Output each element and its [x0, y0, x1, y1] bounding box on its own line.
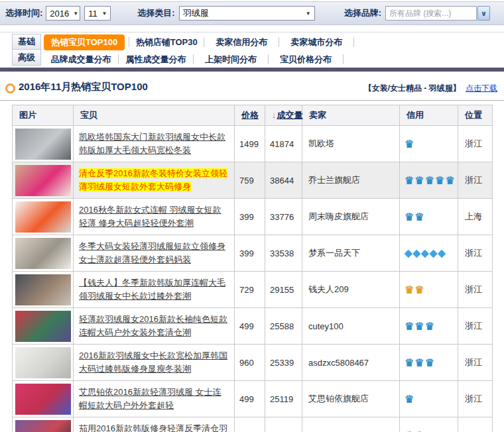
brand-filter-label: 选择品牌: — [344, 7, 381, 19]
product-image[interactable] — [15, 165, 71, 196]
section-divider-bar — [0, 68, 504, 72]
time-filter-label: 选择时间: — [5, 7, 42, 19]
tab-宝贝价格分布[interactable]: 宝贝价格分布 — [269, 54, 343, 66]
sales-value: 33776 — [265, 199, 302, 235]
tab-卖家城市分布[interactable]: 卖家城市分布 — [279, 36, 353, 48]
seller-credit-icons: ♛♛♛♛♛ — [400, 162, 458, 199]
product-image[interactable] — [15, 238, 71, 269]
seller-name — [302, 417, 400, 432]
month-select-value: 11 — [88, 9, 97, 19]
tab-separator — [343, 54, 344, 64]
tab-热销宝贝TOP100[interactable]: 热销宝贝TOP100 — [44, 34, 125, 50]
table-row: 艾思铂依2016新款轻薄羽绒服 女士连帽短款大码户外外套超轻 499 25119… — [13, 381, 493, 417]
product-title-link[interactable]: 轻薄款羽绒服女2016新款长袖纯色短款连帽大码户外女装外套清仓潮 — [79, 313, 229, 339]
product-image[interactable] — [15, 311, 71, 342]
product-image[interactable] — [15, 420, 71, 432]
product-title-link[interactable]: 凯欧塔韩国东大门新款羽绒服女中长款韩版加厚大毛领大码宽松冬装 — [79, 131, 229, 157]
sales-value: 41874 — [265, 126, 302, 162]
product-title-link[interactable]: 2016新款羽绒服女中长款宽松加厚韩国大码过膝韩版修身显瘦冬装潮 — [79, 349, 229, 376]
col-header-credit: 信用 — [400, 105, 458, 126]
col-header-sales-sort[interactable]: ↓成交量 — [265, 105, 302, 126]
download-link[interactable]: 点击下载 — [466, 83, 497, 93]
seller-location: 浙江 — [458, 272, 493, 308]
blue-diamond-icon: ◆ — [413, 247, 422, 258]
product-image[interactable] — [15, 347, 71, 378]
blue-crown-icon: ♛ — [425, 175, 435, 186]
sales-value: 25588 — [265, 308, 302, 345]
product-image[interactable] — [15, 201, 71, 233]
col-header-price-sort[interactable]: 价格 — [235, 105, 265, 126]
tab-group-label: 高级 — [12, 50, 41, 66]
tab-group-labels: 基础高级 — [12, 34, 41, 66]
blue-crown-icon: ♛ — [405, 138, 414, 150]
price-value: 759 — [235, 162, 265, 199]
product-title-link[interactable]: 茄用2016新款韩版修身轻薄反季清仓羽绒服女短款连帽外套 — [79, 422, 229, 432]
table-header-row: 图片 宝贝 价格 ↓成交量 卖家 信用 位置 — [13, 105, 493, 126]
col-header-location: 位置 — [458, 105, 493, 126]
seller-credit-icons: ♛♛♛ — [400, 308, 458, 345]
category-select[interactable]: 羽绒服 ▼ — [179, 6, 315, 21]
year-select[interactable]: 2016 ▼ — [46, 6, 80, 21]
price-value: 1499 — [235, 126, 265, 162]
product-title-link[interactable]: 【钱夫人】冬季新款韩版加厚连帽大毛领羽绒服女中长款过膝外套潮 — [79, 276, 229, 303]
seller-name: asdzxc5808467 — [302, 345, 400, 381]
blue-diamond-icon: ◆ — [421, 247, 430, 258]
blue-crown-icon: ♛ — [425, 357, 435, 368]
blue-crown-icon: ♛ — [414, 211, 424, 223]
blue-crown-icon: ♛ — [435, 175, 445, 186]
seller-location — [458, 417, 493, 432]
seller-credit-icons: ♛♛ — [400, 199, 458, 235]
table-row: 凯欧塔韩国东大门新款羽绒服女中长款韩版加厚大毛领大码宽松冬装 1499 4187… — [13, 126, 493, 162]
tab-属性成交量分布[interactable]: 属性成交量分布 — [119, 54, 193, 66]
seller-credit-icons: ♛♛♛ — [400, 345, 458, 381]
top100-table: 图片 宝贝 价格 ↓成交量 卖家 信用 位置 凯欧塔韩国东大门新款羽绒服女中长款… — [12, 105, 493, 432]
tab-热销店铺TOP30[interactable]: 热销店铺TOP30 — [129, 36, 204, 48]
table-row: 2016新款羽绒服女中长款宽松加厚韩国大码过膝韩版修身显瘦冬装潮 960 253… — [13, 345, 493, 381]
product-image[interactable] — [15, 384, 71, 415]
blue-crown-icon: ♛ — [445, 175, 455, 186]
table-row: 2016秋冬新款女式连帽 羽绒服女短款轻薄 修身大码超轻轻便外套潮 399 33… — [13, 199, 493, 235]
sort-descending-icon: ↓ — [272, 110, 277, 120]
price-value: 499 — [235, 381, 265, 417]
blue-crown-icon: ♛ — [405, 357, 414, 368]
product-title-link[interactable]: 2016秋冬新款女式连帽 羽绒服女短款轻薄 修身大码超轻轻便外套潮 — [79, 203, 229, 230]
seller-credit-icons: ♛♛ — [400, 417, 458, 432]
blue-crown-icon: ♛ — [405, 430, 414, 432]
brand-search-input[interactable] — [385, 6, 477, 21]
blue-crown-icon: ♛ — [405, 321, 414, 332]
tab-卖家信用分布[interactable]: 卖家信用分布 — [204, 36, 279, 48]
seller-name: 艾思铂依旗舰店 — [302, 381, 400, 417]
blue-diamond-icon: ◆ — [438, 247, 446, 258]
product-image[interactable] — [15, 274, 71, 305]
brand-dropdown-button[interactable]: ∨ — [477, 6, 490, 21]
blue-crown-icon: ♛ — [405, 175, 414, 186]
product-title-link[interactable]: 冬季大码女装轻薄羽绒服短款立领修身女士薄款超薄轻便外套妈妈装 — [79, 240, 229, 266]
category-filter-label: 选择类目: — [137, 7, 174, 19]
blue-diamond-icon: ◆ — [430, 247, 438, 258]
sales-value: 25119 — [265, 381, 302, 417]
blue-crown-icon: ♛ — [414, 321, 424, 332]
month-select[interactable]: 11 ▼ — [84, 6, 111, 21]
table-row: 冬季大码女装轻薄羽绒服短款立领修身女士薄款超薄轻便外套妈妈装 399 33538… — [13, 235, 493, 272]
table-row: 轻薄款羽绒服女2016新款长袖纯色短款连帽大码户外女装外套清仓潮 499 255… — [13, 308, 493, 345]
chevron-down-icon: ▼ — [306, 11, 311, 17]
table-row: 清仓反季2016新款冬装特价女装立领轻薄羽绒服女短款外套大码修身 759 386… — [13, 162, 493, 199]
seller-name: 凯欧塔 — [302, 126, 400, 162]
seller-name: cutey100 — [302, 308, 400, 345]
col-header-image: 图片 — [13, 105, 74, 126]
blue-crown-icon: ♛ — [414, 430, 424, 432]
seller-credit-icons: ♛♛ — [400, 272, 458, 308]
tab-品牌成交量分布[interactable]: 品牌成交量分布 — [44, 54, 118, 66]
gold-crown-icon: ♛ — [414, 284, 424, 296]
product-image[interactable] — [15, 129, 71, 160]
tab-group-label: 基础 — [12, 34, 41, 50]
product-title-link[interactable]: 清仓反季2016新款冬装特价女装立领轻薄羽绒服女短款外套大码修身 — [79, 167, 229, 193]
seller-credit-icons: ◆◆◆◆◆ — [400, 235, 458, 272]
product-title-link[interactable]: 艾思铂依2016新款轻薄羽绒服 女士连帽短款大码户外外套超轻 — [79, 386, 229, 412]
category-select-value: 羽绒服 — [183, 7, 209, 19]
price-value: 399 — [235, 235, 265, 272]
tab-上架时间分布[interactable]: 上架时间分布 — [194, 54, 268, 66]
seller-credit-icons: ♛ — [400, 126, 458, 162]
seller-name: 乔士兰旗舰店 — [302, 162, 400, 199]
chevron-down-icon: ∨ — [481, 9, 487, 18]
